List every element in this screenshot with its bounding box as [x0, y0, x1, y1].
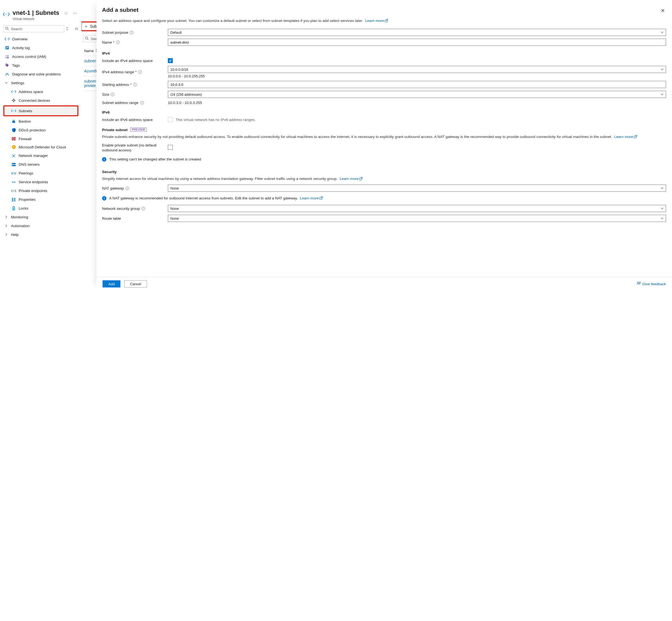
favorite-star-icon[interactable]: ☆ — [64, 10, 68, 16]
svg-point-45 — [12, 165, 13, 166]
info-icon[interactable]: i — [138, 70, 142, 74]
label-subnet-purpose: Subnet purpose i — [102, 31, 168, 35]
nav-locks[interactable]: Locks — [3, 204, 78, 213]
nav-private-endpoints[interactable]: Private endpoints — [3, 187, 78, 195]
nav-dns-servers[interactable]: DNS servers — [3, 160, 78, 169]
address-space-icon — [11, 89, 16, 94]
private-note: i This setting can't be changed after th… — [102, 157, 666, 162]
info-icon[interactable]: i — [141, 207, 145, 210]
external-link-icon — [320, 196, 323, 201]
nav-monitoring-group[interactable]: Monitoring — [3, 213, 78, 222]
nav-label: Microsoft Defender for Cloud — [19, 145, 66, 150]
info-icon[interactable]: i — [133, 83, 137, 86]
page-title: vnet-1 | Subnets — [13, 9, 59, 16]
svg-point-13 — [13, 91, 14, 92]
nav-subnets[interactable]: Subnets — [4, 107, 77, 115]
svg-point-32 — [13, 147, 14, 148]
info-icon[interactable]: i — [130, 31, 133, 34]
nav-label: Locks — [19, 206, 28, 210]
select-nat-gateway[interactable]: None — [168, 184, 666, 192]
label-size: Size i — [102, 92, 168, 96]
svg-point-46 — [12, 181, 13, 183]
subnet-link[interactable]: subnet-private — [84, 79, 97, 88]
vnet-icon — [3, 12, 9, 17]
nav-connected-devices[interactable]: Connected devices — [3, 96, 78, 105]
select-nsg[interactable]: None — [168, 205, 666, 212]
select-ipv4-range[interactable]: 10.0.0.0/16 — [168, 66, 666, 73]
svg-rect-27 — [12, 138, 13, 139]
input-starting-address[interactable] — [168, 81, 666, 88]
nav-network-manager[interactable]: Network manager — [3, 152, 78, 160]
network-manager-icon — [11, 154, 16, 158]
nav-label: Subnets — [19, 109, 32, 113]
select-subnet-purpose[interactable]: Default — [168, 29, 666, 36]
nav-search-input[interactable] — [10, 27, 62, 31]
give-feedback-link[interactable]: Give feedback — [637, 281, 666, 286]
nav-label: Access control (IAM) — [12, 54, 46, 59]
plus-icon: ＋ — [84, 24, 88, 29]
nav-activity-log[interactable]: Activity log — [3, 43, 78, 52]
highlight-subnets: Subnets — [3, 105, 78, 116]
section-ipv4: IPv4 — [102, 51, 666, 55]
nav-label: Address space — [19, 90, 43, 94]
peerings-icon — [11, 171, 16, 175]
nav-peerings[interactable]: Peerings — [3, 169, 78, 178]
nav-diagnose[interactable]: Diagnose and solve problems — [3, 70, 78, 78]
collapse-nav-icon[interactable] — [75, 27, 78, 31]
info-icon[interactable]: i — [140, 101, 144, 105]
learn-more-link[interactable]: Learn more — [340, 177, 362, 181]
nav-settings-group[interactable]: Settings — [3, 78, 78, 87]
nav-service-endpoints[interactable]: Service endpoints — [3, 178, 78, 187]
nav-access-control[interactable]: Access control (IAM) — [3, 52, 78, 61]
learn-more-link[interactable]: Learn more — [300, 196, 323, 200]
nav-search[interactable] — [3, 25, 64, 32]
checkbox-include-ipv6[interactable] — [168, 117, 173, 122]
input-name[interactable] — [168, 39, 666, 46]
close-icon[interactable]: ✕ — [660, 7, 666, 15]
add-button[interactable]: Add — [102, 280, 120, 287]
nav-help-group[interactable]: Help — [3, 231, 78, 239]
select-size[interactable]: /24 (256 addresses) — [168, 91, 666, 98]
chevron-down-icon — [5, 81, 8, 85]
nav-overview[interactable]: Overview — [3, 35, 78, 43]
label-include-ipv4: Include an IPv4 address space — [102, 59, 168, 63]
nav-properties[interactable]: Properties — [3, 195, 78, 204]
iam-icon — [5, 54, 9, 59]
svg-rect-31 — [14, 139, 16, 140]
svg-rect-7 — [6, 47, 8, 47]
lock-icon — [11, 206, 16, 211]
nav-address-space[interactable]: Address space — [3, 87, 78, 96]
checkbox-enable-private[interactable] — [168, 145, 173, 150]
nav-label: Automation — [11, 224, 30, 228]
panel-intro: Select an address space and configure yo… — [102, 18, 666, 24]
security-desc: Simplify internet access for virtual mac… — [102, 176, 666, 182]
svg-point-12 — [6, 64, 7, 65]
svg-rect-8 — [6, 47, 8, 48]
nav-ddos[interactable]: DDoS protection — [3, 126, 78, 134]
info-filled-icon: i — [102, 196, 107, 201]
nav-bastion[interactable]: Bastion — [3, 117, 78, 126]
expand-collapse-icon[interactable] — [66, 27, 69, 31]
nav-automation-group[interactable]: Automation — [3, 222, 78, 231]
label-starting-address: Starting address* i — [102, 83, 168, 87]
info-icon[interactable]: i — [126, 187, 129, 190]
select-route-table[interactable]: None — [168, 215, 666, 222]
properties-icon — [11, 198, 16, 202]
learn-more-link[interactable]: Learn more — [614, 135, 637, 139]
nav-defender[interactable]: Microsoft Defender for Cloud — [3, 143, 78, 152]
svg-point-10 — [6, 55, 7, 56]
nav-label: Tags — [12, 64, 20, 68]
nav-firewall[interactable]: Firewall — [3, 134, 78, 143]
info-icon[interactable]: i — [111, 93, 114, 96]
info-icon[interactable]: i — [116, 41, 120, 44]
external-link-icon — [634, 134, 637, 140]
cancel-button[interactable]: Cancel — [124, 280, 147, 287]
activity-log-icon — [5, 45, 9, 50]
more-actions[interactable]: ⋯ — [72, 10, 78, 16]
checkbox-include-ipv4[interactable] — [168, 58, 173, 63]
nav-label: DDoS protection — [19, 128, 46, 132]
chevron-down-icon — [661, 92, 664, 96]
learn-more-link[interactable]: Learn more — [365, 19, 388, 23]
svg-point-44 — [12, 163, 13, 164]
nav-tags[interactable]: Tags — [3, 61, 78, 70]
